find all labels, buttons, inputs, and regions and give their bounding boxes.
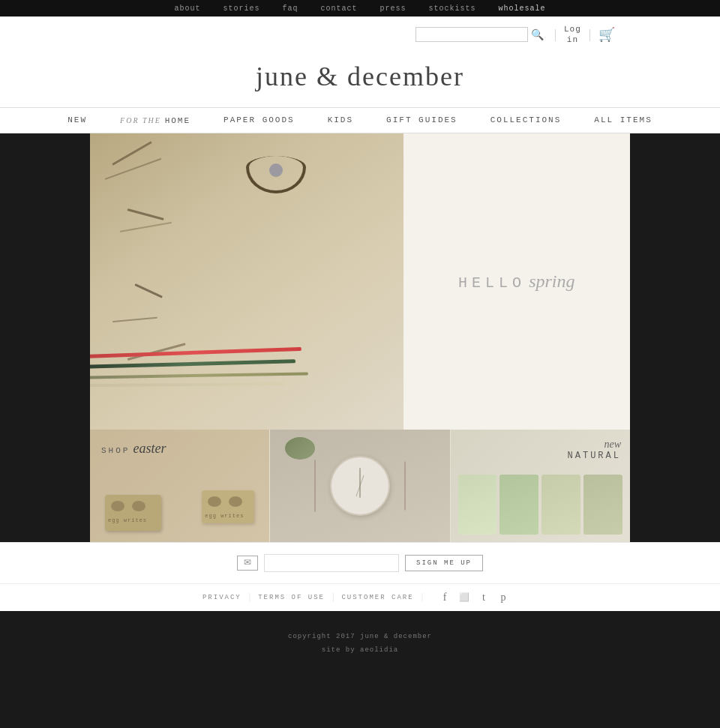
email-newsletter-input[interactable] [264, 554, 399, 572]
search-button[interactable]: 🔍 [528, 27, 547, 42]
footer: ✉ SIGN ME UP PRIVACY | TERMS OF USE | CU… [0, 542, 720, 611]
site-by-text: site by aeolidia [15, 643, 705, 657]
nav-contact[interactable]: contact [320, 4, 357, 13]
shop-label: SHOP [101, 446, 130, 455]
wholesale-link[interactable]: wholesale [499, 4, 546, 13]
footer-dark: copyright 2017 june & december site by a… [0, 611, 720, 672]
hello-spring-text: HELLO spring [458, 271, 574, 292]
header-top-row: 🔍 | Log in | 🛒 [105, 24, 615, 49]
footer-terms-link[interactable]: TERMS OF USE [250, 594, 332, 601]
nav-stockists[interactable]: stockists [429, 4, 476, 13]
newsletter-row: ✉ SIGN ME UP [0, 542, 720, 583]
copyright-text: copyright 2017 june & december [15, 630, 705, 643]
site-header: 🔍 | Log in | 🛒 june & december [0, 16, 720, 107]
spring-label: spring [529, 271, 574, 291]
pencil-yellow [90, 372, 308, 379]
easter-label: easter [133, 441, 166, 456]
footer-nav-row: PRIVACY | TERMS OF USE | CUSTOMER CARE |… [0, 583, 720, 611]
search-input[interactable] [416, 27, 528, 42]
search-form: 🔍 [416, 27, 547, 42]
pencil-green [90, 359, 296, 368]
nav-gift-guides[interactable]: GIFT GUIDES [370, 108, 474, 133]
nav-paper-goods[interactable]: PAPER GOODS [207, 108, 311, 133]
new-label: new [568, 439, 621, 451]
top-nav-bar: about stories FAQ contact press stockist… [0, 0, 720, 16]
header-divider-2: | [589, 28, 591, 41]
cart-icon[interactable]: 🛒 [598, 26, 615, 43]
footer-customer-care-link[interactable]: CUSTOMER CARE [334, 594, 421, 601]
nav-stories[interactable]: stories [223, 4, 260, 13]
nav-new[interactable]: NEW [51, 108, 104, 133]
hero-background: HELLO spring [90, 133, 630, 430]
hero-wrapper: HELLO spring [0, 133, 720, 430]
hero-image: HELLO spring [90, 133, 630, 430]
main-navigation: NEW for the HOME PAPER GOODS KIDS GIFT G… [0, 107, 720, 133]
footer-privacy-link[interactable]: PRIVACY [195, 594, 249, 601]
natural-text-area: new NATURAL [568, 439, 621, 461]
pinterest-icon[interactable]: p [496, 592, 510, 604]
nav-for-home[interactable]: for the HOME [104, 108, 207, 133]
nav-collections[interactable]: COLLECTIONS [474, 108, 578, 133]
main-nav: NEW for the HOME PAPER GOODS KIDS GIFT G… [0, 107, 720, 133]
bird-nest [246, 156, 306, 193]
top-nav-links: about stories FAQ contact press stockist… [174, 4, 545, 13]
easter-text-area: SHOP easter [101, 441, 166, 457]
social-icons-row: f ⬜ t p [423, 592, 525, 604]
sign-me-up-button[interactable]: SIGN ME UP [405, 555, 483, 571]
nav-press[interactable]: press [380, 4, 406, 13]
dinner-plate [330, 456, 390, 516]
instagram-icon[interactable]: ⬜ [458, 592, 471, 602]
header-divider: | [554, 28, 556, 41]
hello-label: HELLO [458, 274, 526, 292]
pencil-light [90, 382, 286, 386]
login-link[interactable]: Log in [564, 24, 581, 46]
egg-carton-1: egg writes [105, 495, 161, 531]
hero-right-panel: HELLO spring [404, 133, 630, 430]
mail-icon: ✉ [237, 556, 258, 571]
nav-kids[interactable]: KIDS [311, 108, 370, 133]
site-title: june & december [105, 49, 615, 107]
table-setting-block[interactable] [270, 430, 450, 542]
new-natural-block[interactable]: new NATURAL [451, 430, 630, 542]
page-wrapper: about stories FAQ contact press stockist… [0, 0, 720, 672]
facebook-icon[interactable]: f [438, 592, 452, 604]
hero-left-panel [90, 133, 404, 430]
nav-all-items[interactable]: ALL ITEMS [578, 108, 668, 133]
natural-label: NATURAL [568, 451, 621, 461]
three-col-wrapper: SHOP easter egg writes [0, 430, 720, 542]
nav-about[interactable]: about [174, 4, 200, 13]
nav-faq[interactable]: FAQ [282, 4, 298, 13]
egg-carton-2: egg writes [202, 490, 254, 523]
three-col-grid: SHOP easter egg writes [90, 430, 630, 542]
twitter-icon[interactable]: t [477, 592, 490, 604]
shop-easter-block[interactable]: SHOP easter egg writes [90, 430, 270, 542]
pencil-red [90, 346, 302, 358]
